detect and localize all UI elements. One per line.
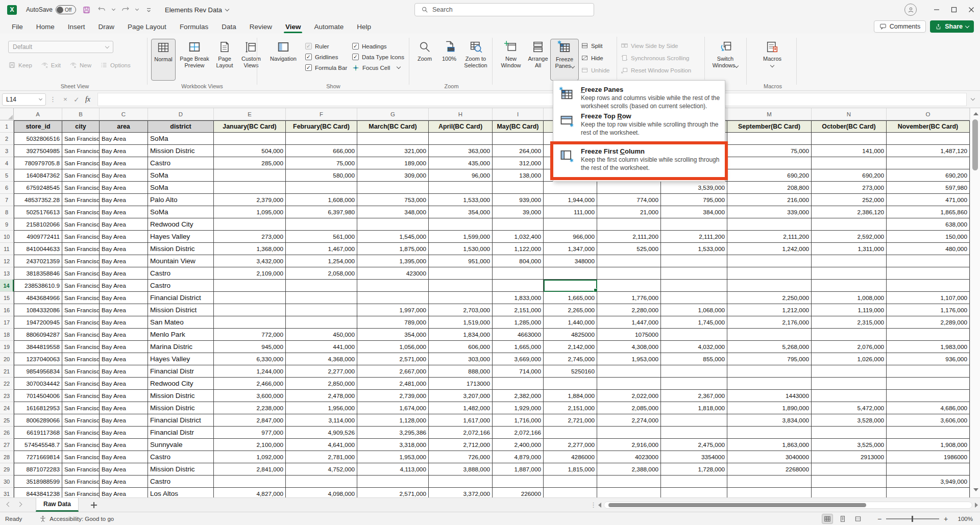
cell[interactable]: 1640847362	[14, 169, 62, 182]
zoom-level[interactable]: 100%	[953, 516, 973, 522]
cell[interactable]	[214, 182, 286, 194]
cell[interactable]: 2,466,000	[214, 378, 286, 390]
cell[interactable]: Bay Area	[100, 255, 148, 267]
cell[interactable]: 939,000	[493, 194, 544, 206]
cell[interactable]: 7271669814	[14, 451, 62, 463]
header-cell[interactable]: October(BC Card)	[812, 120, 887, 133]
cell[interactable]: Bay Area	[100, 182, 148, 194]
cell[interactable]: 348,000	[357, 206, 429, 218]
worksheet-grid[interactable]: ABCDEFGHIMNO1store_idcityareadistrictJan…	[0, 108, 970, 497]
cell[interactable]	[544, 182, 597, 194]
scroll-down-icon[interactable]	[973, 488, 978, 491]
cell[interactable]: 4663000	[493, 329, 544, 341]
cell[interactable]: Mountain View	[148, 255, 214, 267]
row-header[interactable]: 7	[0, 194, 14, 206]
menu-item-freeze-panes[interactable]: Freeze Panes Keep rows and columns visib…	[553, 86, 725, 110]
cell[interactable]	[887, 378, 970, 390]
cell[interactable]: 1,026,000	[812, 353, 887, 365]
cell[interactable]: 2,277,000	[286, 365, 357, 378]
cell[interactable]	[544, 427, 597, 439]
account-avatar[interactable]	[904, 4, 917, 16]
cell[interactable]	[357, 218, 429, 231]
cell[interactable]: 2,571,000	[357, 353, 429, 365]
cell[interactable]: 3,525,000	[812, 439, 887, 451]
cell[interactable]	[661, 427, 727, 439]
keep-button[interactable]: Keep	[8, 59, 32, 71]
cell[interactable]	[727, 218, 812, 231]
cell[interactable]: 789,000	[357, 316, 429, 329]
cell[interactable]: 597,980	[887, 182, 970, 194]
customize-toolbar-icon[interactable]	[143, 5, 154, 15]
cell[interactable]: 1,447,000	[597, 316, 661, 329]
cell[interactable]: 1,440,000	[544, 316, 597, 329]
cell[interactable]: 6619117368	[14, 427, 62, 439]
cell[interactable]: 780979705.8	[14, 157, 62, 169]
cell[interactable]	[429, 292, 493, 304]
row-header[interactable]: 22	[0, 378, 14, 390]
cell[interactable]	[544, 488, 597, 497]
cell[interactable]: 2,100,000	[214, 439, 286, 451]
cell[interactable]: 2,142,000	[544, 341, 597, 353]
workbook-title[interactable]: Elements Rev Data	[165, 6, 229, 14]
row-header[interactable]: 18	[0, 329, 14, 341]
cell[interactable]: 4,752,000	[286, 463, 357, 476]
cell[interactable]	[493, 267, 544, 280]
cell[interactable]: 2,847,000	[214, 414, 286, 427]
expand-formula-bar-icon[interactable]	[969, 98, 977, 100]
cell[interactable]: 1075000	[597, 329, 661, 341]
cell[interactable]: 888,000	[429, 365, 493, 378]
cell[interactable]: San Mateo	[148, 316, 214, 329]
cell[interactable]	[597, 182, 661, 194]
cell[interactable]: 1,944,000	[544, 194, 597, 206]
row-header[interactable]: 10	[0, 231, 14, 243]
cell[interactable]	[429, 133, 493, 145]
cell[interactable]: Palo Alto	[148, 194, 214, 206]
tab-automate[interactable]: Automate	[307, 19, 350, 34]
cell[interactable]: 2,085,000	[597, 402, 661, 414]
cell[interactable]: San Francisco	[62, 390, 100, 402]
row-header[interactable]: 20	[0, 353, 14, 365]
cell[interactable]: SoMa	[148, 169, 214, 182]
cell[interactable]: 189,000	[357, 157, 429, 169]
cell[interactable]	[661, 365, 727, 378]
maximize-button[interactable]	[945, 0, 963, 19]
cell[interactable]: 2,781,000	[286, 451, 357, 463]
cell[interactable]: Los Altos	[148, 488, 214, 497]
cell[interactable]: 309,000	[357, 169, 429, 182]
column-letter[interactable]: N	[812, 108, 887, 120]
cell[interactable]	[286, 182, 357, 194]
cell[interactable]: San Francisco	[62, 280, 100, 292]
cell[interactable]: Mission Distric	[148, 402, 214, 414]
header-cell[interactable]: store_id	[14, 120, 62, 133]
cell[interactable]: San Francisco	[62, 206, 100, 218]
cell[interactable]: 1,875,000	[357, 243, 429, 255]
row-header[interactable]: 17	[0, 316, 14, 329]
cell[interactable]	[727, 133, 812, 145]
cell[interactable]: Hayes Valley	[148, 231, 214, 243]
header-cell[interactable]: April(BC Card)	[429, 120, 493, 133]
cell[interactable]: 1,467,000	[286, 243, 357, 255]
cell[interactable]	[357, 133, 429, 145]
cell[interactable]: 1,834,000	[429, 329, 493, 341]
cell[interactable]	[661, 414, 727, 427]
cell[interactable]	[727, 157, 812, 169]
cell[interactable]: 1,863,000	[727, 439, 812, 451]
cell[interactable]: 435,000	[429, 157, 493, 169]
page-break-view-button[interactable]	[852, 514, 864, 524]
cell[interactable]: 1,530,000	[429, 243, 493, 255]
cell[interactable]	[661, 329, 727, 341]
cell[interactable]: 48537352.28	[14, 194, 62, 206]
cell[interactable]: 2,058,000	[286, 267, 357, 280]
cell[interactable]: SoMa	[148, 206, 214, 218]
cell[interactable]: 2,022,000	[597, 390, 661, 402]
sheet-view-select[interactable]: Default	[8, 41, 113, 53]
cell[interactable]	[661, 255, 727, 267]
row-header[interactable]: 27	[0, 439, 14, 451]
cell[interactable]: 561,000	[286, 231, 357, 243]
close-button[interactable]	[963, 0, 980, 19]
cell[interactable]: Castro	[148, 267, 214, 280]
column-letter[interactable]: B	[62, 108, 100, 120]
search-input[interactable]: Search	[414, 3, 594, 16]
cell[interactable]: 2,277,000	[544, 439, 597, 451]
row-header[interactable]: 4	[0, 157, 14, 169]
